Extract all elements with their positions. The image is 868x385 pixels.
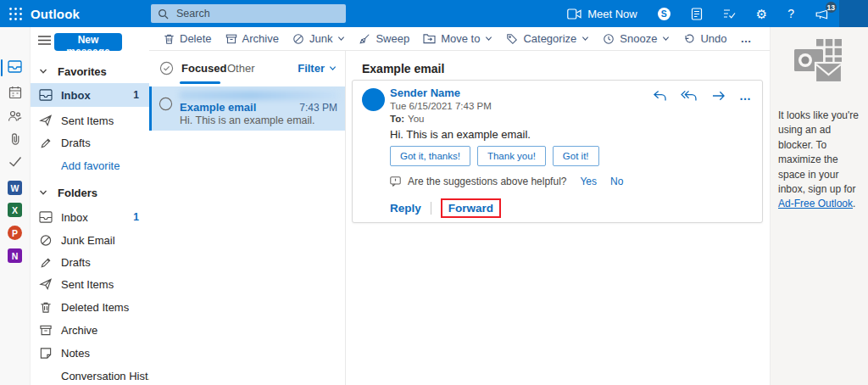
unread-count: 1 [133,89,139,101]
account-button[interactable] [839,0,868,27]
message-select-radio[interactable] [159,97,173,111]
feedback-yes-button[interactable]: Yes [580,176,597,187]
chevron-down-icon [662,35,670,42]
folder-archive[interactable]: Archive [31,319,149,341]
tab-other[interactable]: Other [227,62,255,75]
word-nav-button[interactable]: W [0,181,30,195]
excel-nav-button[interactable]: X [0,203,30,217]
sweep-button[interactable]: Sweep [352,32,416,45]
suggested-reply-button[interactable]: Got it, thanks! [390,146,470,166]
email-body: Hi. This is an example email. [390,128,531,141]
message-subject: Example email [180,101,256,114]
junk-button[interactable]: Junk [286,32,352,45]
folder-notes[interactable]: Notes [31,342,149,364]
add-favorite-button[interactable]: Add favorite [31,154,149,176]
powerpoint-nav-button[interactable]: P [0,226,30,240]
reply-button[interactable]: Reply [390,202,421,215]
undo-icon [683,33,695,45]
my-day-button[interactable] [713,0,746,27]
select-all-button[interactable] [159,61,174,75]
more-actions-button[interactable]: … [739,90,751,102]
reply-all-icon [681,90,698,102]
folder-sent[interactable]: Sent Items [31,273,149,295]
help-icon: ? [787,7,794,20]
search-input[interactable] [175,7,346,20]
help-button[interactable]: ? [777,0,804,27]
pencil-icon [39,137,53,149]
sidebar-item-sent-favorite[interactable]: Sent Items [31,109,149,131]
mail-nav-button[interactable] [0,60,30,73]
forward-icon-button[interactable] [711,90,726,102]
clock-icon [603,33,615,45]
sender-avatar[interactable] [362,88,385,111]
folder-conversation-history[interactable]: Conversation Hist... [31,365,149,385]
archive-icon [225,33,237,45]
to-value[interactable]: You [408,114,424,124]
suggested-reply-button[interactable]: Thank you! [477,146,546,166]
skype-button[interactable]: S [648,0,681,27]
todo-nav-button[interactable] [0,156,30,167]
ad-free-outlook-link[interactable]: Ad-Free Outlook [778,198,853,209]
new-message-button[interactable]: New message [54,33,122,51]
forward-button[interactable]: Forward [448,202,493,215]
move-to-button[interactable]: Move to [416,32,499,45]
reading-pane: Example email Sender Name Tue 6/15/2021 … [346,51,770,385]
message-time: 7:43 PM [299,102,337,114]
more-commands-button[interactable]: … [733,32,759,45]
feedback-button[interactable]: 13 [804,0,839,27]
filter-button[interactable]: Filter [298,62,337,75]
skype-icon: S [658,8,670,20]
search-box[interactable] [151,4,346,23]
ad-panel: It looks like you're using an ad blocker… [770,27,868,385]
mail-list-item[interactable]: Example email 7:43 PM Hi. This is an exa… [149,86,345,131]
calendar-nav-button[interactable] [0,86,30,99]
sidebar-item-inbox-favorite[interactable]: Inbox 1 [31,83,149,107]
folder-deleted[interactable]: Deleted Items [31,296,149,318]
folders-section-header[interactable]: Folders [31,182,149,203]
suggestions-feedback: Are the suggestions above helpful? Yes N… [390,176,623,187]
meet-now-button[interactable]: Meet Now [557,0,648,27]
sender-name[interactable]: Sender Name [390,86,460,99]
feedback-bubble-icon [390,176,401,187]
settings-button[interactable]: ⚙ [746,0,777,27]
categorize-button[interactable]: Categorize [499,32,596,45]
ad-blocker-message: It looks like you're using an ad blocker… [778,109,860,212]
delete-button[interactable]: Delete [157,32,219,45]
snooze-button[interactable]: Snooze [596,32,676,45]
arrow-right-icon [711,90,726,102]
check-icon [8,156,22,167]
archive-button[interactable]: Archive [219,32,286,45]
calendar-icon [8,86,22,99]
app-launcher-button[interactable] [0,0,31,27]
active-tab-indicator [180,81,220,84]
to-label: To: [390,114,404,124]
favorites-title: Favorites [58,65,107,78]
collapse-pane-button[interactable] [38,36,51,45]
feedback-question: Are the suggestions above helpful? [408,176,566,187]
notes-feed-icon [691,8,703,20]
attachments-nav-button[interactable] [0,132,30,146]
message-actions: … [653,90,751,102]
reply-all-icon-button[interactable] [681,90,698,102]
note-icon [39,347,53,360]
chevron-down-icon [485,35,492,42]
folder-inbox[interactable]: Inbox 1 [31,206,149,228]
ad-text-before: It looks like you're using an ad blocker… [778,109,859,195]
onenote-nav-button[interactable]: N [0,248,30,263]
annotation-highlight-box: Forward [441,198,501,218]
undo-button[interactable]: Undo [676,32,733,45]
tag-icon [506,33,518,45]
notes-feed-button[interactable] [681,0,713,27]
outlook-ad-collage-icon [793,39,847,88]
tab-focused[interactable]: Focused [181,62,226,75]
pencil-icon [39,256,53,269]
suggested-reply-button[interactable]: Got it! [553,146,599,166]
folder-drafts[interactable]: Drafts [31,251,149,273]
people-nav-button[interactable] [0,109,30,122]
suggested-replies: Got it, thanks! Thank you! Got it! [390,146,599,166]
folder-junk[interactable]: Junk Email [31,229,149,251]
feedback-no-button[interactable]: No [610,176,623,187]
favorites-section-header[interactable]: Favorites [31,61,149,81]
sidebar-item-drafts-favorite[interactable]: Drafts [31,131,149,153]
reply-icon-button[interactable] [653,90,667,102]
